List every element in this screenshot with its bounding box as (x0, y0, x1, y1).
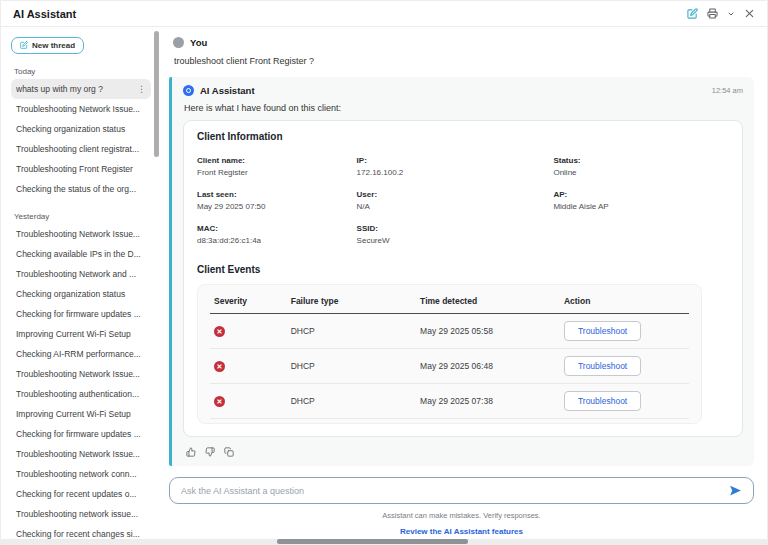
chevron-down-icon[interactable] (727, 10, 735, 18)
horizontal-scrollbar[interactable] (1, 539, 767, 544)
thread-item-label: Troubleshooting Network Issue... (16, 369, 146, 379)
edit-icon (20, 41, 28, 49)
sidebar-thread-item[interactable]: Troubleshooting client registrat... (11, 139, 151, 159)
review-features-link[interactable]: Review the AI Assistant features (400, 527, 523, 536)
question-input[interactable] (181, 486, 729, 496)
error-icon: ✕ (214, 326, 225, 337)
severity-cell: ✕ (210, 384, 287, 419)
time-detected-cell: May 29 2025 07:38 (416, 384, 560, 419)
sidebar-thread-item[interactable]: Checking available IPs in the D... (11, 244, 151, 264)
failure-type-cell: DHCP (287, 384, 416, 419)
thread-item-label: Checking for recent updates o... (16, 489, 146, 499)
client-info-value: Online (553, 168, 729, 177)
thread-item-label: Troubleshooting network conn... (16, 469, 146, 479)
client-info-label: SSID: (357, 224, 554, 233)
events-column-header: Failure type (287, 287, 416, 314)
thread-item-label: Troubleshooting network issue... (16, 509, 146, 519)
sidebar-thread-item[interactable]: Troubleshooting network issue... (11, 504, 151, 524)
client-info-value: SecureW (357, 236, 554, 245)
thread-item-label: Checking available IPs in the D... (16, 249, 146, 259)
thread-item-label: Troubleshooting Network and ... (16, 269, 146, 279)
time-detected-cell: May 29 2025 05:58 (416, 314, 560, 349)
thread-item-label: Checking organization status (16, 124, 146, 134)
thumbs-down-icon[interactable] (205, 447, 215, 457)
sidebar-thread-item[interactable]: Checking organization status (11, 284, 151, 304)
sidebar-thread-item[interactable]: Checking organization status (11, 119, 151, 139)
events-column-header: Severity (210, 287, 287, 314)
thread-item-label: Checking for firmware updates ... (16, 429, 146, 439)
sidebar-thread-item[interactable]: Troubleshooting authentication... (11, 384, 151, 404)
client-info-label: AP: (553, 190, 729, 199)
severity-cell: ✕ (210, 349, 287, 384)
message-timestamp: 12:54 am (712, 86, 743, 95)
sidebar-thread-item[interactable]: Troubleshooting Network Issue... (11, 364, 151, 384)
client-details-card: Client Information Client name:Front Reg… (183, 120, 743, 437)
thread-item-label: Checking for firmware updates ... (16, 309, 146, 319)
error-icon: ✕ (214, 361, 225, 372)
thread-item-label: Checking the status of the org... (16, 184, 146, 194)
failure-type-cell: DHCP (287, 314, 416, 349)
ai-assistant-window: AI Assistant New thread Todaywhats up wi… (0, 0, 768, 545)
new-thread-button[interactable]: New thread (11, 37, 84, 54)
sidebar-thread-item[interactable]: Troubleshooting Network Issue... (11, 99, 151, 119)
kebab-menu-icon[interactable]: ⋮ (133, 84, 146, 94)
thread-item-label: Troubleshooting client registrat... (16, 144, 146, 154)
action-cell: Troubleshoot (560, 349, 689, 384)
thumbs-up-icon[interactable] (186, 447, 196, 457)
horizontal-scrollbar-thumb[interactable] (277, 539, 469, 544)
sidebar-thread-item[interactable]: Checking AI-RRM performance... (11, 344, 151, 364)
sidebar-scrollbar[interactable] (154, 31, 159, 157)
sidebar-thread-item[interactable]: Improving Current Wi-Fi Setup (11, 404, 151, 424)
client-events-table: SeverityFailure typeTime detectedAction … (210, 287, 689, 419)
sidebar-thread-item[interactable]: Checking the status of the org... (11, 179, 151, 199)
composer (169, 477, 754, 504)
user-avatar (173, 37, 184, 48)
thread-item-label: Checking for recent changes si... (16, 529, 146, 539)
client-info-value: May 29 2025 07:50 (197, 202, 357, 211)
thread-sidebar: New thread Todaywhats up with my org ?⋮T… (1, 27, 163, 541)
thread-item-label: Troubleshooting Front Register (16, 164, 146, 174)
sidebar-thread-item[interactable]: Troubleshooting Front Register (11, 159, 151, 179)
user-message-text: troubleshoot client Front Register ? (174, 56, 750, 66)
close-icon[interactable] (744, 8, 755, 19)
client-info-field: Status:Online (553, 156, 729, 177)
sidebar-sections: Todaywhats up with my org ?⋮Troubleshoot… (11, 67, 151, 542)
sidebar-thread-item[interactable]: Checking for firmware updates ... (11, 304, 151, 324)
assistant-intro-text: Here is what I have found on this client… (184, 103, 743, 113)
feedback-row (186, 447, 743, 457)
troubleshoot-button[interactable]: Troubleshoot (564, 356, 641, 376)
sidebar-thread-item[interactable]: Troubleshooting Network and ... (11, 264, 151, 284)
thread-item-label: whats up with my org ? (16, 84, 133, 94)
sidebar-thread-item[interactable]: Checking for recent updates o... (11, 484, 151, 504)
events-table-row: ✕DHCPMay 29 2025 06:48Troubleshoot (210, 349, 689, 384)
thread-item-label: Improving Current Wi-Fi Setup (16, 409, 146, 419)
assistant-avatar-icon (183, 85, 194, 96)
events-header-row: SeverityFailure typeTime detectedAction (210, 287, 689, 314)
sidebar-thread-item[interactable]: Troubleshooting Network Issue... (11, 444, 151, 464)
sidebar-thread-item[interactable]: Checking for firmware updates ... (11, 424, 151, 444)
sidebar-thread-item[interactable]: Troubleshooting Network Issue... (11, 224, 151, 244)
copy-icon[interactable] (224, 447, 234, 457)
sidebar-section-label: Today (14, 67, 151, 76)
new-chat-icon[interactable] (687, 8, 698, 19)
client-info-field: IP:172.16.100.2 (357, 156, 554, 177)
send-icon[interactable] (729, 484, 742, 497)
time-detected-cell: May 29 2025 06:48 (416, 349, 560, 384)
sidebar-thread-item[interactable]: Troubleshooting network conn... (11, 464, 151, 484)
events-tbody: ✕DHCPMay 29 2025 05:58Troubleshoot✕DHCPM… (210, 314, 689, 419)
events-table-row: ✕DHCPMay 29 2025 07:38Troubleshoot (210, 384, 689, 419)
sidebar-thread-item[interactable]: Improving Current Wi-Fi Setup (11, 324, 151, 344)
error-icon: ✕ (214, 396, 225, 407)
action-cell: Troubleshoot (560, 314, 689, 349)
header-icons (687, 8, 755, 19)
failure-type-cell: DHCP (287, 349, 416, 384)
client-info-value: Front Register (197, 168, 357, 177)
troubleshoot-button[interactable]: Troubleshoot (564, 391, 641, 411)
troubleshoot-button[interactable]: Troubleshoot (564, 321, 641, 341)
client-info-field: Client name:Front Register (197, 156, 357, 177)
thread-item-label: Troubleshooting Network Issue... (16, 229, 146, 239)
print-icon[interactable] (707, 8, 718, 19)
client-info-field: Last seen:May 29 2025 07:50 (197, 190, 357, 211)
window-header: AI Assistant (1, 1, 767, 27)
sidebar-thread-item[interactable]: whats up with my org ?⋮ (11, 79, 151, 99)
